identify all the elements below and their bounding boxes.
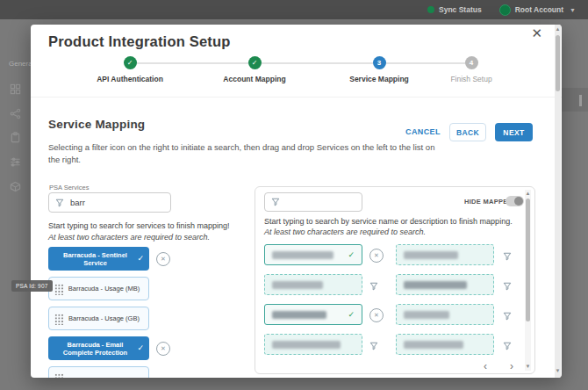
modal-scrollbar[interactable]: ▲ ▼ xyxy=(555,25,561,378)
filter-icon[interactable] xyxy=(503,282,512,291)
service-drop-box[interactable] xyxy=(264,334,362,355)
check-icon: ✓ xyxy=(348,310,355,319)
step-service-mapping[interactable]: 3 Service Mapping xyxy=(326,56,432,83)
mapping-row: ✓✕ xyxy=(255,244,536,265)
step-api-authentication[interactable]: ✓ API Authentication xyxy=(77,56,183,83)
divider xyxy=(31,97,562,98)
redacted-text xyxy=(272,281,323,289)
mapping-row xyxy=(255,274,536,295)
filter-icon[interactable] xyxy=(503,342,512,350)
chevron-down-icon: ▼ xyxy=(570,7,576,13)
service-drop-box[interactable] xyxy=(264,274,362,295)
unmap-icon[interactable]: ✕ xyxy=(156,342,170,356)
psa-service-name: Barracuda - Usage (MB) xyxy=(68,285,140,292)
vendor-services-panel: HIDE MAPPED Start typing to search by se… xyxy=(255,186,535,374)
pagination-next-icon[interactable]: › xyxy=(510,361,513,372)
psa-service-row: Barracuda - Usage (MB) xyxy=(48,277,197,300)
step-number-badge: 4 xyxy=(465,56,478,69)
sync-status[interactable]: Sync Status xyxy=(427,5,482,14)
redacted-text xyxy=(404,281,467,289)
pagination-prev-icon[interactable]: ‹ xyxy=(484,361,487,372)
drag-handle-icon[interactable] xyxy=(54,373,64,378)
scroll-down-icon[interactable]: ▼ xyxy=(555,368,561,374)
mapping-row xyxy=(255,334,536,355)
check-icon: ✓ xyxy=(348,250,355,259)
background-band xyxy=(562,88,588,112)
section-description: Selecting a filter icon on the right to … xyxy=(48,141,439,166)
sliders-icon[interactable] xyxy=(10,156,21,168)
psa-search-field[interactable] xyxy=(48,192,171,213)
background-scrollbar-fragment xyxy=(579,95,582,106)
right-hint-secondary: At least two characters are required to … xyxy=(264,228,426,236)
psa-services-label: PSA Services xyxy=(49,184,89,191)
hide-mapped-toggle[interactable] xyxy=(506,196,524,206)
service-drop-box[interactable] xyxy=(396,334,494,355)
psa-services-list: Barracuda - Sentinel Service✓✕Barracuda … xyxy=(48,247,197,378)
panel-scrollbar-thumb[interactable] xyxy=(526,199,530,321)
filter-icon[interactable] xyxy=(503,252,512,261)
psa-service-item[interactable] xyxy=(48,366,149,378)
service-drop-box[interactable] xyxy=(396,244,494,265)
modal-scrollbar-thumb[interactable] xyxy=(556,35,560,91)
redacted-text xyxy=(272,341,341,349)
integration-icon[interactable] xyxy=(10,108,21,119)
scroll-down-icon[interactable]: ▼ xyxy=(525,364,531,370)
vendor-search-field[interactable] xyxy=(264,192,362,212)
sidebar-section-label: General xyxy=(9,60,31,68)
vendor-search-input[interactable] xyxy=(284,197,355,208)
filter-icon[interactable] xyxy=(369,282,378,291)
psa-search-input[interactable] xyxy=(68,197,164,208)
account-avatar-icon xyxy=(499,4,511,16)
mapping-row: ✓✕ xyxy=(255,304,536,325)
mapped-service-box[interactable]: ✓ xyxy=(264,304,362,325)
close-icon[interactable]: ✕ xyxy=(531,26,542,40)
filter-icon[interactable] xyxy=(369,342,378,350)
psa-service-item[interactable]: Barracuda - Email Complete Protection✓ xyxy=(48,336,149,360)
app-sidebar: General xyxy=(0,19,31,378)
psa-service-row: Barracuda - Usage (GB) xyxy=(48,307,197,330)
screen: Sync Status Root Account ▼ General ✕ Pro… xyxy=(0,0,588,390)
panel-scrollbar[interactable]: ▲ ▼ xyxy=(525,190,531,371)
unmap-icon[interactable]: ✕ xyxy=(369,249,384,263)
root-account-menu[interactable]: Root Account ▼ xyxy=(499,4,576,16)
redacted-text xyxy=(272,311,326,319)
drag-handle-icon[interactable] xyxy=(54,314,64,325)
redacted-text xyxy=(404,251,458,259)
psa-service-name: Barracuda - Sentinel Service xyxy=(55,251,135,267)
clipboard-icon[interactable] xyxy=(10,132,21,143)
psa-service-item[interactable]: Barracuda - Sentinel Service✓ xyxy=(48,247,149,271)
right-hint-primary: Start typing to search by service name o… xyxy=(264,217,513,226)
step-account-mapping[interactable]: ✓ Account Mapping xyxy=(202,56,307,83)
check-icon: ✓ xyxy=(137,344,144,352)
psa-service-name: Barracuda - Email Complete Protection xyxy=(55,341,135,357)
psa-service-name: Barracuda - Usage (GB) xyxy=(68,314,140,322)
next-button[interactable]: NEXT xyxy=(495,123,533,141)
service-drop-box[interactable] xyxy=(396,304,494,325)
psa-service-item[interactable]: Barracuda - Usage (MB) xyxy=(48,277,149,300)
back-button[interactable]: BACK xyxy=(449,123,486,141)
sync-status-label: Sync Status xyxy=(439,5,482,14)
psa-service-row xyxy=(48,366,197,378)
section-heading: Service Mapping xyxy=(48,118,145,131)
app-topbar: Sync Status Root Account ▼ xyxy=(0,0,588,19)
unmap-icon[interactable]: ✕ xyxy=(156,252,170,266)
redacted-text xyxy=(404,341,463,349)
step-done-check-icon: ✓ xyxy=(124,56,137,69)
scroll-up-icon[interactable]: ▲ xyxy=(555,26,561,32)
grid-icon[interactable] xyxy=(10,83,21,95)
cancel-button[interactable]: CANCEL xyxy=(405,127,441,136)
package-icon[interactable] xyxy=(10,181,21,192)
unmap-icon[interactable]: ✕ xyxy=(369,308,384,322)
drag-handle-icon[interactable] xyxy=(54,284,64,295)
product-integration-setup-modal: ✕ Product Integration Setup ✓ API Authen… xyxy=(31,25,562,378)
scroll-up-icon[interactable]: ▲ xyxy=(525,191,531,197)
drag-tooltip: PSA Id: 907 xyxy=(11,280,53,292)
psa-service-row: Barracuda - Email Complete Protection✓✕ xyxy=(48,336,197,360)
psa-service-item[interactable]: Barracuda - Usage (GB) xyxy=(48,307,149,330)
left-hint-secondary: At least two characters are required to … xyxy=(48,233,210,242)
service-drop-box[interactable] xyxy=(396,274,494,295)
left-hint-primary: Start typing to search for services to f… xyxy=(48,221,230,230)
filter-icon[interactable] xyxy=(503,312,512,321)
mapped-service-box[interactable]: ✓ xyxy=(264,244,362,265)
check-icon: ✓ xyxy=(137,255,144,263)
